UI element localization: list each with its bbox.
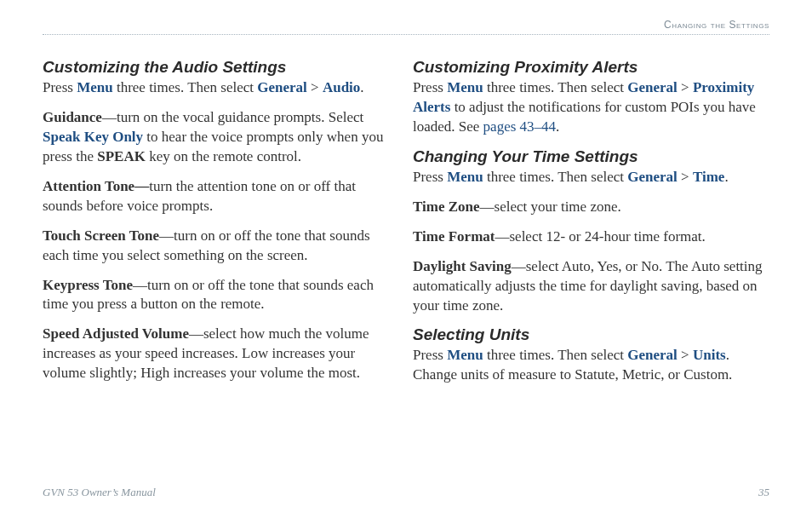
text: —select 12- or 24-hour time format. <box>495 228 705 245</box>
content-columns: Customizing the Audio Settings Press Men… <box>43 53 769 395</box>
text: > <box>678 169 693 185</box>
footer-left: GVN 53 Owner’s Manual <box>43 486 156 499</box>
general-link[interactable]: General <box>627 169 678 185</box>
text: key on the remote control. <box>146 148 301 164</box>
label: Time Zone <box>413 199 480 215</box>
label: Guidance <box>43 109 102 125</box>
proximity-title: Customizing Proximity Alerts <box>413 58 763 77</box>
time-intro: Press Menu three times. Then select Gene… <box>413 168 763 187</box>
menu-link[interactable]: Menu <box>447 79 483 95</box>
pages-link[interactable]: pages 43–44 <box>483 118 556 135</box>
menu-link[interactable]: Menu <box>447 169 483 185</box>
text: . <box>360 79 363 95</box>
text: Press <box>43 79 77 95</box>
text: > <box>678 79 693 95</box>
general-link[interactable]: General <box>627 347 678 363</box>
label: Touch Screen Tone <box>43 227 159 244</box>
text: . <box>724 169 728 185</box>
page-number: 35 <box>758 486 769 499</box>
text: three times. Then select <box>483 169 628 185</box>
speak-key: SPEAK <box>97 148 146 164</box>
units-title: Selecting Units <box>413 325 763 344</box>
text: to adjust the notifications for custom P… <box>413 99 756 135</box>
time-title: Changing Your Time Settings <box>413 147 763 166</box>
guidance-paragraph: Guidance—turn on the vocal guidance prom… <box>43 108 389 167</box>
label: Daylight Saving <box>413 258 512 274</box>
general-link[interactable]: General <box>257 79 307 95</box>
time-link[interactable]: Time <box>693 169 724 185</box>
time-format-paragraph: Time Format—select 12- or 24-hour time f… <box>413 227 763 247</box>
touch-screen-tone-paragraph: Touch Screen Tone—turn on or off the ton… <box>43 227 389 266</box>
menu-link[interactable]: Menu <box>77 79 113 95</box>
time-zone-paragraph: Time Zone—select your time zone. <box>413 198 763 217</box>
text: > <box>678 347 693 363</box>
manual-page: Changing the Settings Customizing the Au… <box>0 0 812 518</box>
text: —select your time zone. <box>480 199 621 215</box>
general-link[interactable]: General <box>627 79 678 95</box>
text: Press <box>413 169 447 185</box>
menu-link[interactable]: Menu <box>447 347 483 363</box>
text: three times. Then select <box>483 79 628 95</box>
speed-volume-paragraph: Speed Adjusted Volume—select how much th… <box>43 325 389 383</box>
text: Press <box>413 79 447 95</box>
running-header: Changing the Settings <box>664 19 769 31</box>
text: Press <box>413 347 447 363</box>
speak-key-only-link[interactable]: Speak Key Only <box>43 129 143 145</box>
right-column: Customizing Proximity Alerts Press Menu … <box>406 53 769 395</box>
left-column: Customizing the Audio Settings Press Men… <box>43 53 406 395</box>
attention-tone-paragraph: Attention Tone—turn the attention tone o… <box>43 177 389 216</box>
proximity-intro: Press Menu three times. Then select Gene… <box>413 78 763 137</box>
label: Time Format <box>413 228 495 245</box>
audio-intro: Press Menu three times. Then select Gene… <box>43 78 389 98</box>
page-footer: GVN 53 Owner’s Manual 35 <box>43 486 769 499</box>
keypress-tone-paragraph: Keypress Tone—turn on or off the tone th… <box>43 276 389 315</box>
text: three times. Then select <box>483 347 628 363</box>
text: three times. Then select <box>113 79 258 95</box>
header-divider <box>43 34 769 35</box>
label: Speed Adjusted Volume <box>43 325 189 342</box>
text: —turn on the vocal guidance prompts. Sel… <box>102 109 363 125</box>
audio-link[interactable]: Audio <box>323 79 360 95</box>
text: > <box>307 79 323 95</box>
label: Attention Tone— <box>43 178 149 194</box>
daylight-saving-paragraph: Daylight Saving—select Auto, Yes, or No.… <box>413 257 763 316</box>
label: Keypress Tone <box>43 277 133 293</box>
text: . <box>556 118 559 135</box>
audio-title: Customizing the Audio Settings <box>43 58 389 77</box>
units-link[interactable]: Units <box>693 347 726 363</box>
units-intro: Press Menu three times. Then select Gene… <box>413 346 763 385</box>
